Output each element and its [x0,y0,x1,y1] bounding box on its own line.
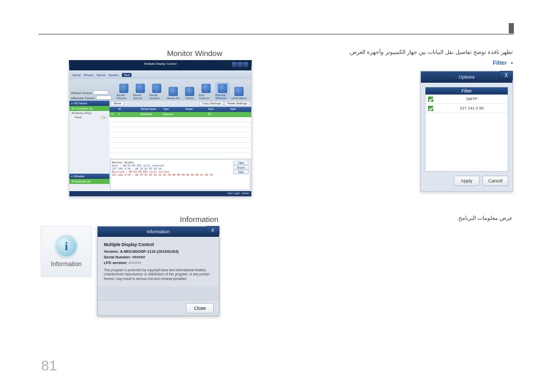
information-button[interactable]: Information [232,82,246,100]
tab-tool[interactable]: Tool [122,73,132,77]
monitor-window-button[interactable]: Monitor Window [215,82,230,100]
reset-picture-button[interactable]: Reset Picture [117,82,131,100]
reset-system-button[interactable]: Reset System [150,82,164,100]
apply-button[interactable]: Apply [454,176,479,186]
move-button[interactable]: Move [111,101,124,106]
lfd-version-line: LFD version: ###### [104,260,213,265]
tab-sound[interactable]: Sound [97,73,105,77]
main-panel: Move Copy Settings Paste Settings ID Dev… [109,101,251,191]
log-clear-button[interactable]: Clear [233,161,249,165]
tab-system[interactable]: System [108,73,119,77]
paste-settings-button[interactable]: Paste Settings [225,101,250,106]
option-icon [185,87,194,96]
remote-control-dropdown[interactable] [96,96,112,100]
filter-label-smtp: SMTP [436,97,508,101]
filter-row[interactable]: SMTP [425,95,508,104]
reset-all-icon [169,87,178,96]
option-button[interactable]: Option [182,82,197,100]
reset-all-button[interactable]: Reset All [166,82,180,100]
table-row[interactable]: ☑ 0 Ethernet0 Ethernet PC [109,112,251,117]
sidebar-all-device[interactable]: All Device LFD(1) [69,111,109,115]
maximize-icon[interactable] [237,62,243,67]
options-title: Options X [421,71,512,83]
reset-system-icon [152,84,161,93]
empty-grid [109,117,251,158]
group-edit-button[interactable]: Edit [101,116,107,119]
copy-settings-button[interactable]: Copy Settings [199,101,224,106]
header-rule [39,34,514,34]
info-icon: i [55,235,78,257]
remote-control-label: ▸Remote Control [71,96,95,100]
info-tile-label: Information [51,260,82,268]
options-popup: Options X Filter SMTP 217.141.3.50 Apply… [420,71,513,192]
app-title: Multiple Display Control [144,62,176,65]
filter-label: Filter [493,60,507,66]
information-tile[interactable]: i Information [41,226,91,276]
section-title-monitor: Monitor Window [167,49,223,58]
info-dialog-title: Information X [98,227,219,237]
reset-sound-icon [136,84,145,93]
log-line: 217.141.3.50 : AA FF 01 03 41 11 01 56 0… [112,173,249,176]
checkbox-icon[interactable] [425,106,436,111]
window-controls [232,62,248,67]
main-tabs: Home Picture Sound System Tool [69,70,251,79]
checkbox-icon[interactable] [425,97,436,102]
minimize-icon[interactable] [232,62,237,67]
version-line: Version: A-MDC8GDSP-1110 (2013/01/04) [104,249,213,254]
monitor-description-arabic: تظهر نافذة توضح تفاصيل نقل البيانات بين … [348,49,513,55]
options-inner: Filter SMTP 217.141.3.50 [425,87,508,172]
sidebar-lfd-header[interactable]: ▸ LFD Device [69,101,109,106]
sidebar: ▸ LFD Device All Connection List All Dev… [69,101,109,191]
button-row: Move Copy Settings Paste Settings [109,101,251,107]
panel-control-dropdown[interactable] [93,90,108,95]
information-icon [234,87,244,96]
monitor-window-icon [218,84,227,93]
sidebar-all-schedule[interactable]: All Schedule List [69,179,109,184]
tab-picture[interactable]: Picture [84,73,94,77]
section-title-information: Information [180,215,218,223]
information-dialog: Information X Multiple Display Control V… [97,226,219,316]
sidebar-all-connection[interactable]: All Connection List [69,106,109,111]
monitor-window-screenshot: Multiple Display Control Home Picture So… [69,60,252,197]
header-accent [509,23,514,33]
filter-row[interactable]: 217.141.3.50 [425,104,508,113]
log-filter-button[interactable]: Filter [233,170,249,174]
info-dialog-close-button[interactable]: X [206,226,219,235]
panel-control-label: ▸Panel Control [71,91,91,95]
toolbar-control-group: ▸Panel Control ▸Remote Control [71,90,112,100]
info-heading: Multiple Display Control [104,242,213,247]
sidebar-group[interactable]: GroupEdit [69,115,109,120]
monitor-log-pane: Monitor Window Sent : 00:52:09 ID1 on(1)… [110,159,250,190]
table-header: ID Device Name Type Power Input Setti [109,107,251,112]
information-description-arabic: عرض معلومات البرنامج. [457,215,513,221]
options-close-button[interactable]: X [499,71,513,80]
options-filter-header: Filter [425,87,508,95]
filter-label-ip: 217.141.3.50 [436,106,508,110]
serial-line: Serial Number: ###### [104,255,213,259]
info-close-button[interactable]: Close [186,303,214,313]
reset-picture-icon [119,84,128,93]
tab-home[interactable]: Home [72,73,81,77]
sidebar-schedule-header[interactable]: ▸ Schedule [69,174,109,179]
status-bar: User Login : Admin [69,191,251,196]
filter-bullet: • [511,60,513,66]
edit-column-button[interactable]: Edit Column [199,82,213,100]
legal-text: This program is protected by copyright l… [104,268,213,281]
page-number: 81 [41,358,57,374]
close-icon[interactable] [243,62,248,67]
toolbar: ▸Panel Control ▸Remote Control Reset Pic… [69,79,251,101]
log-export-button[interactable]: Export [233,165,249,170]
edit-column-icon [201,84,211,93]
cancel-button[interactable]: Cancel [483,176,508,186]
reset-sound-button[interactable]: Reset Sound [133,82,147,100]
